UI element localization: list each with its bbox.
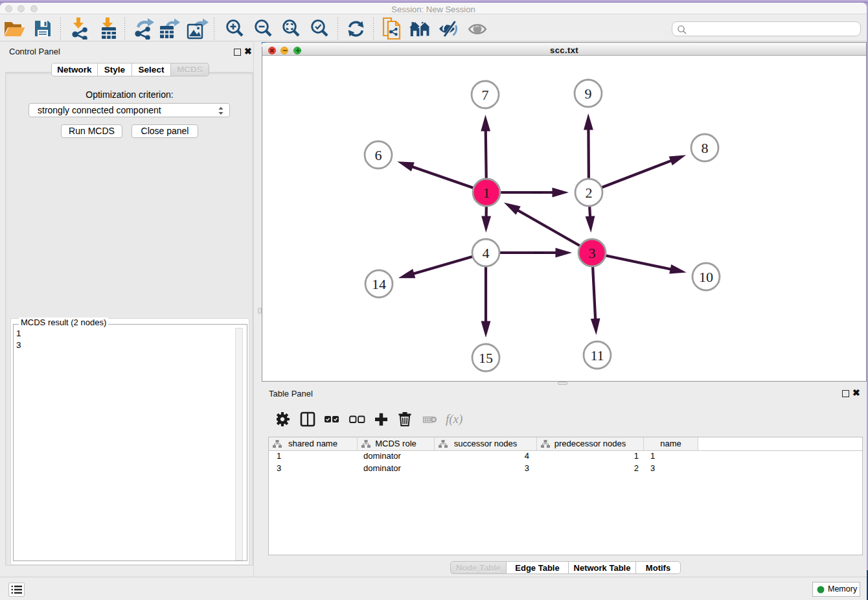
svg-text:4: 4 xyxy=(483,245,490,261)
svg-text:2: 2 xyxy=(586,185,593,201)
svg-text:9: 9 xyxy=(585,86,592,102)
svg-text:6: 6 xyxy=(375,147,382,163)
svg-text:15: 15 xyxy=(479,350,493,366)
svg-text:7: 7 xyxy=(482,87,489,103)
svg-text:11: 11 xyxy=(590,347,604,363)
svg-text:8: 8 xyxy=(702,140,709,156)
svg-text:f(x): f(x) xyxy=(446,412,463,426)
svg-text:14: 14 xyxy=(372,276,386,292)
svg-text:1: 1 xyxy=(483,185,490,201)
svg-text:10: 10 xyxy=(699,269,713,285)
svg-text:3: 3 xyxy=(589,245,596,261)
